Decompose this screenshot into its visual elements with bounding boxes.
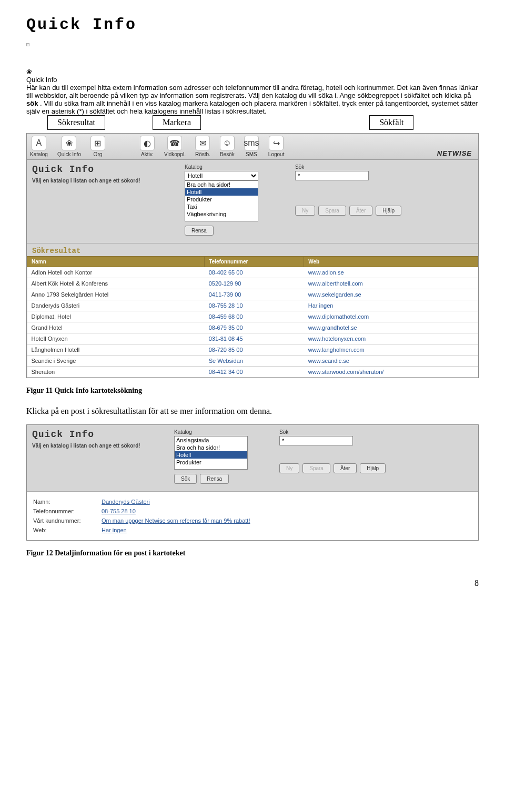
flower-icon: ❀ xyxy=(26,68,479,76)
brand-logo: NETWISE xyxy=(437,149,475,157)
katalog-option[interactable]: Taxi xyxy=(185,203,258,210)
sok-input[interactable] xyxy=(295,171,369,180)
toolbar-logout[interactable]: ↪Logout xyxy=(268,136,285,157)
ater-button[interactable]: Åter xyxy=(349,206,372,216)
table-row[interactable]: Långholmen Hotell08-720 85 00www.langhol… xyxy=(27,344,478,356)
katalog-option[interactable]: Hotell xyxy=(185,188,258,196)
cell-web: www.sekelgarden.se xyxy=(304,289,478,300)
toolbar-aktiv[interactable]: ◐Aktiv. xyxy=(140,136,155,157)
table-row[interactable]: Grand Hotel08-679 35 00www.grandhotel.se xyxy=(27,322,478,333)
app-screenshot-2: Quick Info Välj en katalog i listan och … xyxy=(26,424,479,541)
cell-tel: Se Websidan xyxy=(205,356,304,367)
toolbar-icon: ⊞ xyxy=(90,136,105,150)
katalog-option[interactable]: Hotell xyxy=(175,451,247,459)
toolbar-org[interactable]: ⊞Org xyxy=(90,136,105,157)
spara-button[interactable]: Spara xyxy=(318,206,346,216)
detail-value[interactable]: Om man uppger Netwise som referens får m… xyxy=(102,517,250,524)
figure-11-caption: Figur 11 Quick Info kartoteksökning xyxy=(26,387,479,395)
intro-text-suffix: . Vill du söka fram allt innehåll i en v… xyxy=(26,99,478,115)
cell-web: www.diplomathotel.com xyxy=(304,311,478,322)
katalog-option[interactable]: Anslagstavla xyxy=(175,437,247,444)
table-row[interactable]: Albert Kök Hotell & Konferens0520-129 90… xyxy=(27,278,478,289)
table-row[interactable]: Scandic i SverigeSe Websidanwww.scandic.… xyxy=(27,356,478,367)
katalog-listbox[interactable]: Bra och ha sidor!HotellProdukterTaxiVägb… xyxy=(185,180,258,221)
toolbar-röstb[interactable]: ✉Röstb. xyxy=(195,136,210,157)
detail-row: Web:Har ingen xyxy=(33,525,472,535)
cell-tel: 08-412 34 00 xyxy=(205,367,304,378)
cell-tel: 0520-129 90 xyxy=(205,278,304,289)
cell-tel: 08-459 68 00 xyxy=(205,311,304,322)
hjalp-button[interactable]: Hjälp xyxy=(376,206,401,216)
section-subtitle-2: Välj en katalog i listan och ange ett sö… xyxy=(32,443,164,449)
sok-label: Sök xyxy=(295,164,401,170)
annotation-labels: Sökresultat Markera Sökfält xyxy=(47,115,479,130)
katalog-option[interactable]: Bra och ha sidor! xyxy=(185,181,258,188)
table-row[interactable]: Sheraton08-412 34 00www.starwood.com/she… xyxy=(27,367,478,378)
table-row[interactable]: Hotell Onyxen031-81 08 45www.hotelonyxen… xyxy=(27,333,478,344)
toolbar-icon: ❀ xyxy=(62,136,76,150)
col-tel[interactable]: Telefonnummer xyxy=(205,257,304,267)
toolbar-label: Besök xyxy=(220,151,235,157)
table-row[interactable]: Diplomat, Hotel08-459 68 00www.diplomath… xyxy=(27,311,478,322)
toolbar-icon: ◐ xyxy=(140,136,155,150)
cell-web: www.alberthotell.com xyxy=(304,278,478,289)
toolbar-katalog[interactable]: AKatalog xyxy=(30,136,48,157)
table-row[interactable]: Adlon Hotell och Kontor08-402 65 00www.a… xyxy=(27,267,478,278)
section-title-2: Quick Info xyxy=(32,429,164,440)
toolbar-besök[interactable]: ☺Besök xyxy=(220,136,235,157)
results-table: Namn Telefonnummer Web Adlon Hotell och … xyxy=(27,256,478,378)
katalog-option[interactable]: Vägbeskrivning xyxy=(185,210,258,218)
page-title: Quick Info xyxy=(26,16,479,34)
rensa-button-2[interactable]: Rensa xyxy=(200,474,229,484)
detail-value[interactable]: Danderyds Gästeri xyxy=(102,499,150,505)
cell-web: www.grandhotel.se xyxy=(304,322,478,333)
katalog-select[interactable]: Hotell xyxy=(185,171,258,180)
intro-paragraph xyxy=(26,43,479,55)
detail-key: Vårt kundnummer: xyxy=(33,517,102,524)
toolbar-sms[interactable]: smsSMS xyxy=(244,136,259,157)
katalog-option[interactable]: Produkter xyxy=(185,196,258,203)
sok-button-2[interactable]: Sök xyxy=(174,474,197,484)
ny-button-2[interactable]: Ny xyxy=(279,463,299,473)
ny-button[interactable]: Ny xyxy=(295,206,315,216)
cell-tel: 08-720 85 00 xyxy=(205,344,304,356)
toolbar-label: Katalog xyxy=(30,151,48,157)
katalog-option[interactable]: Bra och ha sidor! xyxy=(175,444,247,451)
body-text-2: Klicka på en post i sökresultatlistan fö… xyxy=(26,407,479,416)
label-sokresultat: Sökresultat xyxy=(47,115,105,130)
table-row[interactable]: Danderyds Gästeri08-755 28 10Har ingen xyxy=(27,300,478,311)
toolbar-quick info[interactable]: ❀Quick Info xyxy=(57,136,81,157)
sokresultat-heading: Sökresultat xyxy=(27,243,478,256)
cell-tel: 08-679 35 00 xyxy=(205,322,304,333)
quick-info-icon-caption: Quick Info xyxy=(26,76,479,84)
cell-web: www.adlon.se xyxy=(304,267,478,278)
detail-panel: Namn:Danderyds GästeriTelefonnummer:08-7… xyxy=(27,492,478,540)
sok-input-2[interactable] xyxy=(279,436,353,445)
toolbar-icon: ↪ xyxy=(269,136,284,150)
katalog-listbox-2[interactable]: AnslagstavlaBra och ha sidor!HotellProdu… xyxy=(174,436,248,470)
hjalp-button-2[interactable]: Hjälp xyxy=(360,463,386,473)
toolbar-icon: A xyxy=(32,136,46,150)
cell-name: Danderyds Gästeri xyxy=(27,300,205,311)
katalog-label-2: Katalog xyxy=(174,429,248,435)
cell-name: Långholmen Hotell xyxy=(27,344,205,356)
spara-button-2[interactable]: Spara xyxy=(302,463,330,473)
cell-name: Albert Kök Hotell & Konferens xyxy=(27,278,205,289)
toolbar-vidkoppl[interactable]: ☎Vidkoppl. xyxy=(164,136,186,157)
toolbar-label: Logout xyxy=(268,151,285,157)
col-web[interactable]: Web xyxy=(304,257,478,267)
section-title: Quick Info xyxy=(32,164,169,175)
ater-button-2[interactable]: Åter xyxy=(334,463,357,473)
detail-value[interactable]: 08-755 28 10 xyxy=(102,508,136,514)
toolbar-icon: ☺ xyxy=(220,136,235,150)
cell-tel: 08-402 65 00 xyxy=(205,267,304,278)
cell-web: www.langholmen.com xyxy=(304,344,478,356)
toolbar-label: Quick Info xyxy=(57,151,81,157)
col-name[interactable]: Namn xyxy=(27,257,205,267)
detail-value[interactable]: Har ingen xyxy=(102,527,127,533)
table-row[interactable]: Anno 1793 Sekelgården Hotel0411-739 00ww… xyxy=(27,289,478,300)
rensa-button[interactable]: Rensa xyxy=(185,226,214,236)
detail-key: Web: xyxy=(33,527,102,533)
toolbar-icon: ✉ xyxy=(195,136,210,150)
katalog-option[interactable]: Produkter xyxy=(175,459,247,466)
